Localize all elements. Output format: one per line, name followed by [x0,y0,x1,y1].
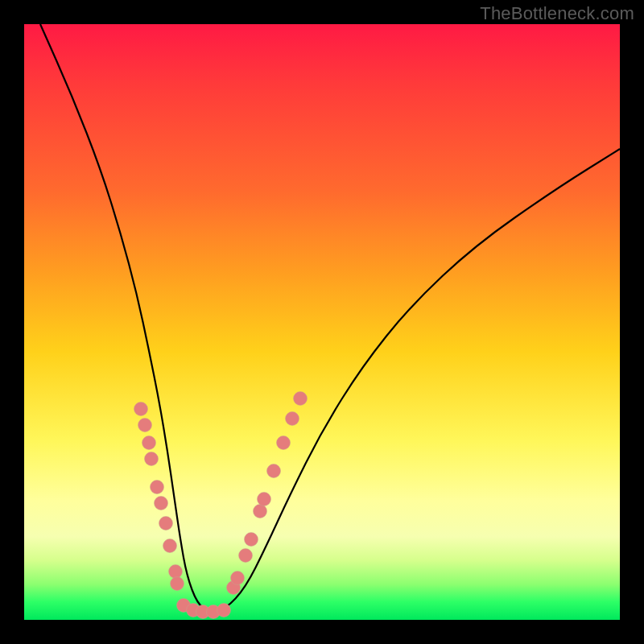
chart-svg [24,24,620,620]
marker-dot [258,493,271,506]
marker-dot [239,549,253,563]
marker-dot [142,436,156,450]
marker-dot [163,539,177,553]
marker-dot [254,505,267,518]
marker-dot [277,436,291,450]
marker-dots [134,392,308,619]
marker-dot [145,452,159,466]
marker-dot [159,517,173,530]
marker-dot [294,392,308,406]
bottleneck-curve [40,24,620,611]
marker-dot [155,497,168,510]
marker-dot [267,464,281,478]
marker-dot [245,533,258,547]
outer-frame: TheBottleneck.com [0,0,644,644]
marker-dot [134,402,148,416]
marker-dot [171,577,184,591]
marker-dot [231,572,245,585]
watermark-text: TheBottleneck.com [480,3,634,24]
plot-area [24,24,620,620]
marker-dot [138,419,152,432]
marker-dot [151,481,164,494]
marker-dot [217,604,231,617]
marker-dot [286,412,299,426]
marker-dot [169,565,183,579]
